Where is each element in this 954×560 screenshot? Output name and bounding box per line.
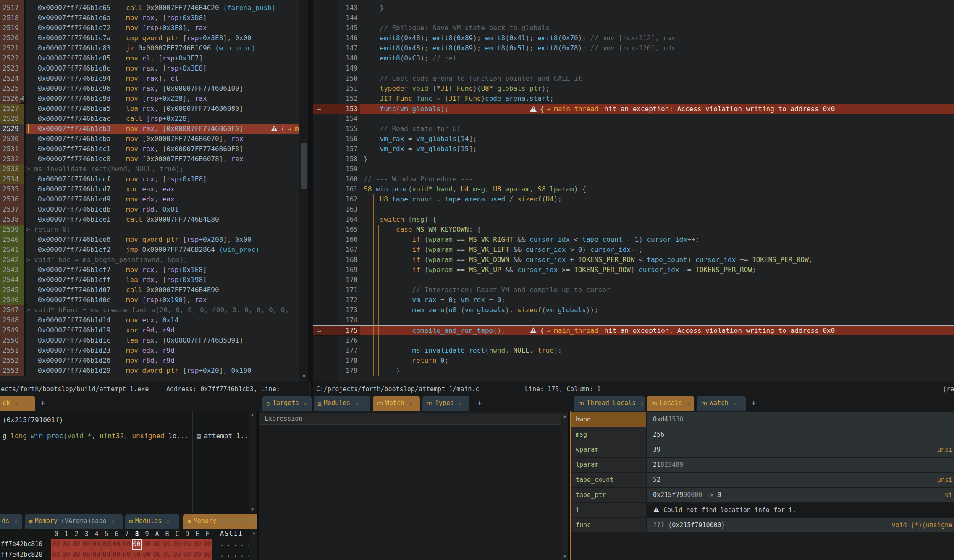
source-line-number[interactable]: 149	[338, 63, 358, 73]
tab-targets[interactable]: ◎Targets×	[262, 396, 312, 411]
source-line-number[interactable]: 151	[338, 84, 358, 94]
scroll-down-arrow-icon[interactable]: ▼	[249, 506, 256, 513]
local-variable-name[interactable]: i	[571, 503, 646, 517]
disasm-row[interactable]: 25530x00007ff7746b1d29mov dword ptr [rsp…	[0, 366, 299, 376]
local-variable-value[interactable]: Could not find location info for i.	[647, 503, 954, 517]
source-row[interactable]: 170	[313, 275, 954, 285]
memory-byte[interactable]: 00	[172, 550, 182, 560]
add-tab-button[interactable]: +	[752, 396, 756, 411]
disasm-row[interactable]: 25480x00007ff7746b1d14mov ecx, 0x14	[0, 315, 299, 325]
disasm-row[interactable]: 25430x00007ff7746b1cf7mov rcx, [rsp+0x1E…	[0, 265, 299, 275]
local-variable-value[interactable]: 0x215f7900000 -> 0ui	[647, 488, 954, 502]
disasm-row[interactable]: 25460x00007ff7746b1d0cmov [rsp+0x190], r…	[0, 295, 299, 305]
tab-locals[interactable]: ∩∩Locals×	[647, 396, 694, 411]
disasm-row-partial[interactable]	[0, 0, 299, 3]
disasm-row[interactable]: 2547> void* hFont = ms_create_font_a(20,…	[0, 305, 299, 315]
close-icon[interactable]: ×	[167, 518, 170, 524]
source-row[interactable]: 150 // Cast code arena to function point…	[313, 73, 954, 84]
source-row-exception[interactable]: →175 compile_and_run_tape();{→main_threa…	[313, 325, 954, 335]
source-row[interactable]: 143 }	[313, 3, 954, 13]
memory-byte[interactable]: 00	[51, 550, 61, 560]
source-row[interactable]	[313, 0, 954, 3]
source-line-number[interactable]: 178	[338, 356, 358, 366]
source-line-number[interactable]: 160	[338, 174, 358, 184]
source-row[interactable]: 147 emit8(0x48); emit8(0x89); emit8(0x51…	[313, 43, 954, 53]
local-variable-name[interactable]: hwnd	[571, 412, 646, 427]
disasm-row[interactable]: 2539> return 0;	[0, 225, 299, 235]
source-row[interactable]: 173 mem_zero(u8_(vm_globals), sizeof(vm_…	[313, 305, 954, 315]
source-line-number[interactable]: 165	[338, 225, 358, 235]
memory-byte[interactable]: 00	[162, 550, 172, 560]
local-variable-name[interactable]: tape_ptr	[571, 488, 646, 502]
source-line-number[interactable]: 159	[338, 164, 358, 174]
source-line-number[interactable]: 164	[338, 215, 358, 225]
source-row[interactable]: 169 if (wparam == MS_VK_UP && cursor_idx…	[313, 265, 954, 275]
source-line-number[interactable]: 158	[338, 154, 358, 164]
disasm-row[interactable]: 25510x00007ff7746b1d23mov edx, r9d	[0, 345, 299, 356]
source-row[interactable]: 167 if (wparam == MS_VK_LEFT && cursor_i…	[313, 245, 954, 255]
tab-watch[interactable]: ∩∩Watch×	[697, 396, 746, 411]
stack-frame-row[interactable]: (0x215f791001f)	[0, 412, 248, 428]
tab-types[interactable]: ∩∩Types×	[422, 396, 469, 411]
source-line-number[interactable]: 168	[338, 255, 358, 265]
close-icon[interactable]: ×	[15, 400, 18, 406]
disasm-row[interactable]: 25380x00007ff7746b1ce1call 0x00007FF7746…	[0, 215, 299, 225]
source-row[interactable]: 154	[313, 114, 954, 124]
source-row[interactable]: 146 emit8(0x48); emit8(0x89); emit8(0x41…	[313, 33, 954, 43]
source-line-number[interactable]: 174	[338, 315, 358, 325]
source-row[interactable]: 159	[313, 164, 954, 174]
source-row[interactable]: 177 ms_invalidate_rect(hwnd, NULL, true)…	[313, 345, 954, 356]
tab-ds[interactable]: ds×	[0, 514, 22, 529]
memory-byte[interactable]: 00	[92, 550, 102, 560]
local-variable-name[interactable]: lparam	[571, 458, 646, 472]
memory-byte-selected[interactable]: 00	[132, 539, 142, 550]
source-row[interactable]: 160// --- Window Procedure ---	[313, 174, 954, 184]
memory-byte[interactable]: 00	[81, 550, 92, 560]
memory-byte[interactable]: 00	[142, 539, 152, 550]
source-row[interactable]: 179 }	[313, 366, 954, 376]
source-panel[interactable]: 143 }144145 // Epilogue: Save VM state b…	[313, 0, 954, 382]
source-line-number[interactable]: 155	[338, 124, 358, 134]
source-line-number[interactable]: 163	[338, 204, 358, 215]
add-tab-button[interactable]: +	[41, 396, 45, 411]
source-line-number[interactable]: 169	[338, 265, 358, 275]
memory-byte[interactable]: 00	[152, 550, 162, 560]
disasm-row[interactable]: 25250x00007ff7746b1c96mov rax, [0x00007F…	[0, 84, 299, 94]
scroll-up-arrow-icon[interactable]: ▲	[250, 529, 258, 536]
disasm-row[interactable]: 25490x00007ff7746b1d19xor r9d, r9d	[0, 325, 299, 335]
close-icon[interactable]: ×	[111, 518, 114, 524]
close-icon[interactable]: ×	[355, 400, 358, 406]
source-line-number[interactable]: 173	[338, 305, 358, 315]
source-line-number[interactable]: 171	[338, 285, 358, 295]
disasm-row[interactable]: 25280x00007ff7746b1caccall [rsp+0x228]	[0, 114, 299, 124]
local-variable-name[interactable]: wparam	[571, 442, 646, 457]
source-row[interactable]: 151 typedef void (*JIT_Func)(U8* globals…	[313, 84, 954, 94]
memory-scrollbar[interactable]: ▲	[250, 529, 257, 560]
memory-byte[interactable]: 00	[192, 539, 202, 550]
source-row[interactable]: 166 if (wparam == MS_VK_RIGHT && cursor_…	[313, 235, 954, 245]
disasm-row[interactable]: 25190x00007ff7746b1c72mov [rsp+0x3E8], r…	[0, 23, 299, 33]
memory-byte[interactable]: 00	[81, 539, 92, 550]
source-line-number[interactable]: 143	[338, 3, 358, 13]
source-row[interactable]: 168 if (wparam == MS_VK_DOWN && cursor_i…	[313, 255, 954, 265]
memory-hex-view[interactable]: 0123456789ABCDEFASCIIff7e42bc81000000000…	[0, 529, 257, 560]
memory-byte[interactable]: 00	[202, 550, 212, 560]
source-line-number[interactable]: 146	[338, 33, 358, 43]
memory-byte[interactable]: 00	[51, 539, 61, 550]
memory-byte[interactable]: 00	[162, 539, 172, 550]
memory-byte[interactable]: 00	[92, 539, 102, 550]
local-variable-value[interactable]: 52unsi	[647, 473, 954, 487]
source-line-number[interactable]: 176	[338, 335, 358, 345]
close-icon[interactable]: ×	[14, 518, 17, 524]
memory-byte[interactable]: 00	[202, 539, 212, 550]
disasm-row[interactable]: 25240x00007ff7746b1c94mov [rax], cl	[0, 73, 299, 84]
source-line-number[interactable]: 150	[338, 73, 358, 84]
memory-byte[interactable]: 00	[172, 539, 182, 550]
local-variable-name[interactable]: msg	[571, 427, 646, 442]
memory-byte[interactable]: 00	[61, 550, 71, 560]
disasm-row[interactable]: 25400x00007ff7746b1ce6mov qword ptr [rsp…	[0, 235, 299, 245]
disasm-row[interactable]: 25230x00007ff7746b1c8cmov rax, [rsp+0x3E…	[0, 63, 299, 73]
local-variable-value[interactable]: 256	[647, 427, 954, 442]
source-row[interactable]: 161S8 win_proc(void* hwnd, U4 msg, U8 wp…	[313, 184, 954, 194]
memory-byte[interactable]: 00	[112, 539, 122, 550]
